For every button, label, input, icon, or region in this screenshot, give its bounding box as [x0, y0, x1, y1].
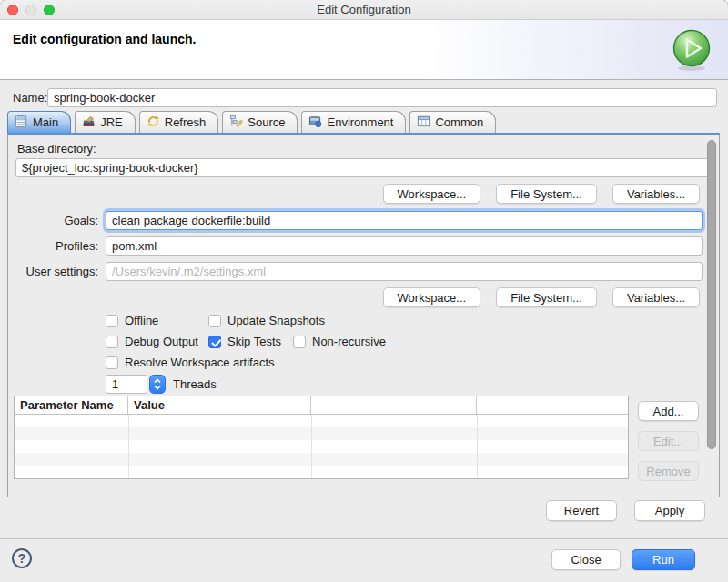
- footer-bar: ? Close Run: [0, 538, 728, 582]
- variables-button[interactable]: Variables...: [612, 287, 700, 307]
- apply-button[interactable]: Apply: [634, 500, 705, 521]
- parameter-table-header: Parameter Name Value: [15, 396, 628, 415]
- checkbox-label: Skip Tests: [228, 335, 281, 348]
- base-directory-buttons: Workspace... File System... Variables...: [383, 184, 700, 204]
- tab-jre-label: JRE: [100, 115, 123, 129]
- checkbox-checked-icon: [208, 336, 221, 348]
- workspace-button[interactable]: Workspace...: [383, 184, 481, 204]
- header-banner: Edit configuration and launch.: [0, 20, 728, 80]
- base-directory-label: Base directory:: [17, 142, 96, 156]
- revert-button[interactable]: Revert: [546, 500, 617, 521]
- user-settings-label: User settings:: [8, 265, 98, 278]
- main-tab-panel: Base directory: Workspace... File System…: [7, 133, 720, 497]
- tab-refresh[interactable]: Refresh: [139, 111, 219, 133]
- workspace-button[interactable]: Workspace...: [383, 287, 481, 307]
- checkbox-label: Update Snapshots: [228, 314, 325, 327]
- checkbox-icon: [106, 336, 118, 348]
- user-settings-buttons: Workspace... File System... Variables...: [383, 287, 700, 307]
- table-row[interactable]: [15, 415, 628, 427]
- tab-jre[interactable]: JRE: [75, 111, 136, 133]
- checkbox-offline[interactable]: Offline: [106, 314, 158, 327]
- parameter-table[interactable]: Parameter Name Value: [14, 396, 629, 479]
- checkbox-resolve-workspace-artifacts[interactable]: Resolve Workspace artifacts: [106, 356, 275, 369]
- name-label: Name:: [13, 91, 47, 105]
- column-header-empty[interactable]: [311, 396, 477, 414]
- goals-label: Goals:: [8, 214, 98, 227]
- tab-main[interactable]: Main: [7, 111, 71, 133]
- checkbox-icon: [208, 315, 221, 327]
- library-icon: [82, 115, 96, 131]
- stepper-icon[interactable]: [149, 375, 166, 394]
- tab-source-label: Source: [248, 115, 285, 129]
- file-system-button[interactable]: File System...: [496, 184, 597, 204]
- base-directory-input[interactable]: [15, 158, 713, 177]
- parameter-table-body: [15, 415, 628, 478]
- environment-icon: [308, 115, 322, 131]
- title-bar: Edit Configuration: [0, 0, 728, 20]
- vertical-scrollbar[interactable]: [707, 140, 716, 449]
- profiles-label: Profiles:: [8, 239, 98, 253]
- tab-common-label: Common: [435, 115, 483, 129]
- header-message: Edit configuration and launch.: [13, 32, 196, 46]
- table-row[interactable]: [15, 466, 628, 478]
- edit-configuration-dialog: Edit Configuration Edit configuration an…: [0, 0, 728, 582]
- form-icon: [15, 115, 28, 131]
- tab-environment[interactable]: Environment: [301, 111, 406, 133]
- table-row[interactable]: [15, 427, 628, 440]
- source-icon: [229, 115, 243, 131]
- checkbox-skip-tests[interactable]: Skip Tests: [208, 335, 281, 348]
- checkbox-non-recursive[interactable]: Non-recursive: [293, 335, 386, 348]
- run-button[interactable]: Run: [632, 549, 695, 570]
- checkbox-update-snapshots[interactable]: Update Snapshots: [208, 314, 325, 327]
- table-icon: [417, 115, 430, 131]
- checkbox-icon: [106, 315, 118, 327]
- profiles-input[interactable]: [106, 236, 703, 256]
- tab-refresh-label: Refresh: [165, 115, 207, 129]
- table-row[interactable]: [15, 453, 628, 466]
- user-settings-input[interactable]: [106, 262, 703, 281]
- tab-main-label: Main: [33, 115, 58, 129]
- tab-environment-label: Environment: [327, 115, 393, 129]
- help-icon[interactable]: ?: [12, 548, 32, 568]
- add-button[interactable]: Add...: [638, 401, 699, 421]
- refresh-icon: [147, 115, 160, 131]
- file-system-button[interactable]: File System...: [496, 287, 597, 307]
- window-title: Edit Configuration: [0, 3, 728, 16]
- tab-source[interactable]: Source: [222, 111, 298, 133]
- checkbox-icon: [106, 356, 118, 369]
- close-button[interactable]: Close: [551, 549, 621, 570]
- goals-input[interactable]: [106, 211, 703, 230]
- remove-button[interactable]: Remove: [638, 461, 699, 481]
- tab-bar: Main JRE Refresh Source Environment: [7, 111, 500, 133]
- column-header-parameter-name[interactable]: Parameter Name: [15, 396, 128, 414]
- checkbox-icon: [293, 336, 306, 348]
- column-header-value[interactable]: Value: [128, 396, 311, 414]
- checkbox-debug-output[interactable]: Debug Output: [106, 335, 198, 348]
- checkbox-label: Non-recursive: [312, 335, 386, 348]
- variables-button[interactable]: Variables...: [612, 184, 700, 204]
- checkbox-label: Debug Output: [125, 335, 198, 348]
- threads-spinner: [106, 375, 166, 394]
- checkbox-label: Resolve Workspace artifacts: [125, 356, 275, 369]
- checkbox-label: Offline: [125, 314, 158, 327]
- tab-common[interactable]: Common: [410, 111, 496, 133]
- threads-label: Threads: [173, 377, 217, 391]
- name-input[interactable]: [47, 88, 717, 107]
- edit-button[interactable]: Edit...: [638, 431, 699, 451]
- table-row[interactable]: [15, 440, 628, 453]
- run-configuration-icon: [670, 27, 713, 73]
- threads-input[interactable]: [106, 375, 147, 394]
